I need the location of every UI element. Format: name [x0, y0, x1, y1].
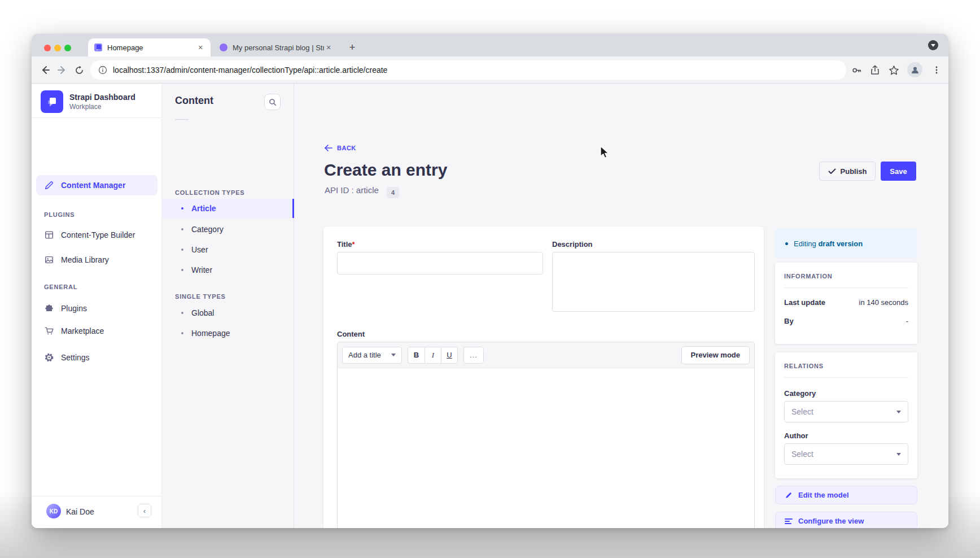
more-formats-button[interactable]: ...	[463, 347, 484, 364]
by-row: By -	[784, 317, 908, 325]
content-field-label: Content	[337, 330, 755, 338]
title-input[interactable]	[337, 252, 543, 274]
sidebar-item-plugins[interactable]: Plugins	[36, 298, 158, 319]
tab-strapi-blog[interactable]: My personal Strapi blog | Strap ×	[213, 38, 339, 56]
heading-select[interactable]: Add a title	[342, 347, 402, 364]
subnav-item-global[interactable]: Global	[162, 303, 294, 322]
back-link[interactable]: BACK	[325, 145, 356, 151]
title-field-group: Title*	[337, 240, 543, 314]
layout-icon	[44, 230, 54, 240]
info-label: Last update	[784, 298, 825, 307]
subnav-item-article[interactable]: Article	[162, 199, 294, 218]
window-close-button[interactable]	[44, 45, 51, 51]
arrow-left-icon	[325, 145, 333, 151]
tab-title: Homepage	[107, 43, 196, 52]
back-label: BACK	[337, 145, 356, 151]
bullet-icon	[181, 249, 183, 251]
divider	[784, 287, 908, 288]
workspace-title: Strapi Dashboard	[69, 93, 135, 102]
subnav-item-label: Homepage	[191, 329, 230, 338]
search-button[interactable]	[264, 94, 281, 110]
information-card: INFORMATION Last update in 140 seconds B…	[775, 263, 917, 344]
window-zoom-button[interactable]	[64, 45, 71, 51]
plugins-section-header: PLUGINS	[44, 211, 75, 218]
divider	[32, 496, 161, 496]
publish-button[interactable]: Publish	[819, 162, 876, 181]
edit-model-button[interactable]: Edit the model	[775, 486, 917, 504]
single-types-header: SINGLE TYPES	[175, 293, 226, 300]
info-value: -	[906, 317, 908, 325]
tab-close-icon[interactable]: ×	[324, 43, 333, 52]
back-icon[interactable]	[38, 63, 52, 77]
browser-menu-icon[interactable]	[930, 63, 943, 77]
sidebar-item-marketplace[interactable]: Marketplace	[36, 321, 158, 341]
preview-mode-button[interactable]: Preview mode	[681, 346, 750, 364]
main-content: BACK Create an entry API ID : article Pu…	[294, 84, 948, 528]
sidebar-item-settings[interactable]: Settings	[36, 347, 158, 368]
bullet-icon	[181, 207, 183, 210]
configure-view-button[interactable]: Configure the view	[775, 512, 917, 528]
tab-homepage[interactable]: Homepage ×	[88, 38, 211, 56]
chevron-down-icon	[931, 44, 935, 47]
browser-profile-avatar[interactable]	[907, 62, 922, 77]
collection-types-header: COLLECTION TYPES	[175, 189, 244, 196]
strapi-logo[interactable]	[41, 90, 63, 113]
window-minimize-button[interactable]	[54, 45, 61, 51]
user-avatar[interactable]: KD	[46, 504, 61, 518]
sidebar-item-content-manager[interactable]: Content Manager	[36, 175, 158, 195]
subnav-item-category[interactable]: Category	[162, 220, 294, 239]
edit-model-label: Edit the model	[798, 491, 849, 499]
main-nav-sidebar: Strapi Dashboard Workplace Content Manag…	[32, 84, 162, 528]
rich-text-editor: Add a title B I U ... Preview mode	[337, 342, 755, 528]
save-button[interactable]: Save	[881, 162, 916, 181]
subnav-item-writer[interactable]: Writer	[162, 260, 294, 280]
password-key-icon[interactable]	[850, 63, 863, 77]
subnav-item-homepage[interactable]: Homepage	[162, 324, 294, 343]
editor-text-area[interactable]	[338, 368, 754, 528]
subnav-item-user[interactable]: User	[162, 240, 294, 259]
share-icon[interactable]	[868, 63, 882, 77]
description-field-group: Description	[552, 240, 755, 314]
divider	[175, 119, 189, 120]
reload-icon[interactable]	[72, 63, 86, 77]
draft-version-notice: Editing draft version	[775, 229, 917, 258]
subnav-item-label: Global	[191, 308, 214, 317]
tab-search-button[interactable]	[928, 40, 938, 50]
info-value: in 140 seconds	[859, 298, 908, 307]
editor-toolbar: Add a title B I U ... Preview mode	[338, 342, 754, 368]
sidebar-item-label: Marketplace	[61, 326, 104, 335]
last-update-row: Last update in 140 seconds	[784, 298, 908, 307]
category-select[interactable]: Select	[784, 401, 908, 422]
tab-strip: Homepage × My personal Strapi blog | Str…	[32, 34, 948, 56]
url-bar[interactable]: localhost:1337/admin/content-manager/col…	[90, 60, 846, 80]
bullet-icon	[181, 269, 183, 271]
site-info-icon[interactable]	[98, 66, 107, 75]
user-name: Kai Doe	[66, 507, 94, 516]
search-icon	[269, 98, 277, 106]
author-select[interactable]: Select	[784, 443, 908, 465]
subnav-item-label: User	[191, 245, 208, 254]
browser-window: Homepage × My personal Strapi blog | Str…	[32, 34, 948, 528]
description-textarea[interactable]	[552, 252, 755, 312]
relations-header: RELATIONS	[784, 363, 908, 369]
tab-close-icon[interactable]: ×	[196, 43, 205, 52]
heading-select-value: Add a title	[348, 351, 381, 359]
forward-icon[interactable]	[55, 63, 69, 77]
description-field-label: Description	[552, 240, 755, 249]
italic-button[interactable]: I	[425, 347, 441, 363]
information-header: INFORMATION	[784, 273, 908, 280]
page-title: Create an entry	[324, 160, 447, 180]
sidebar-item-media-library[interactable]: Media Library	[36, 250, 158, 270]
info-label: By	[784, 317, 794, 325]
title-field-label: Title*	[337, 240, 543, 249]
bookmark-star-icon[interactable]	[887, 63, 900, 77]
underline-button[interactable]: U	[441, 347, 457, 363]
sidebar-item-content-type-builder[interactable]: Content-Type Builder	[36, 225, 158, 245]
sidebar-item-label: Content-Type Builder	[61, 230, 135, 239]
new-tab-button[interactable]: +	[345, 41, 359, 54]
format-button-group: B I U	[408, 347, 458, 364]
collapse-sidebar-button[interactable]: ‹	[138, 504, 151, 517]
bold-button[interactable]: B	[408, 347, 425, 363]
bullet-icon	[181, 332, 183, 334]
image-icon	[44, 255, 54, 265]
